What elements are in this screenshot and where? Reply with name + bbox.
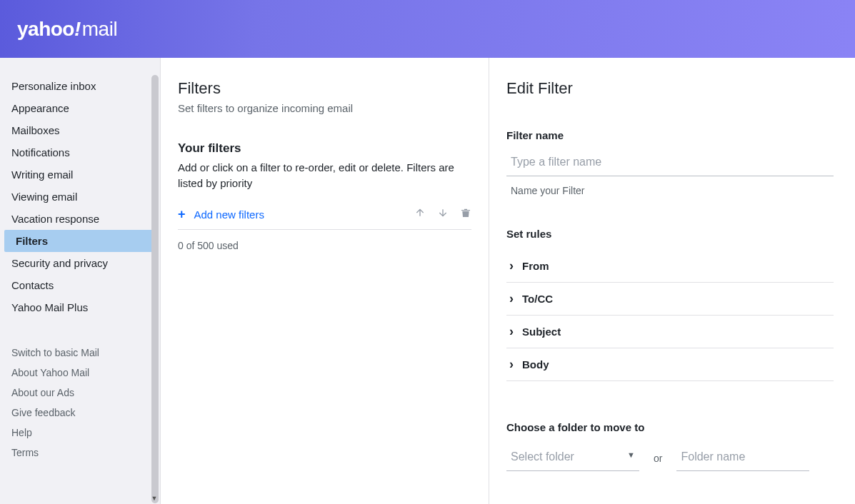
- scrollbar-down-icon[interactable]: ▼: [150, 494, 159, 503]
- add-new-filters-button[interactable]: + Add new filters: [178, 207, 264, 222]
- set-rules-label: Set rules: [506, 228, 834, 240]
- select-folder-dropdown[interactable]: ▼: [506, 446, 639, 471]
- chevron-right-icon: ›: [509, 258, 514, 273]
- filters-panel: Filters Set filters to organize incoming…: [161, 58, 489, 504]
- filters-used-count: 0 of 500 used: [178, 240, 471, 251]
- yahoo-mail-logo: yahoo!mail: [17, 18, 117, 41]
- sidebar-link-terms[interactable]: Terms: [0, 443, 160, 463]
- logo-bang: !: [74, 18, 81, 40]
- sidebar-item-writing-email[interactable]: Writing email: [0, 163, 160, 186]
- sidebar-link-about-our-ads[interactable]: About our Ads: [0, 383, 160, 403]
- rule-label: Body: [522, 358, 549, 371]
- filter-name-hint: Name your Filter: [506, 185, 834, 196]
- logo-product: mail: [82, 18, 117, 40]
- add-new-filters-label: Add new filters: [194, 208, 264, 221]
- choose-folder-label: Choose a folder to move to: [506, 421, 834, 433]
- sidebar-item-vacation-response[interactable]: Vacation response: [0, 208, 160, 230]
- chevron-right-icon: ›: [509, 324, 514, 339]
- trash-icon[interactable]: [460, 207, 471, 221]
- rule-to-cc[interactable]: ›To/CC: [506, 283, 834, 316]
- scrollbar-thumb[interactable]: [151, 75, 159, 503]
- or-separator: or: [654, 453, 662, 471]
- sidebar-item-security-and-privacy[interactable]: Security and privacy: [0, 252, 160, 274]
- filters-title: Filters: [178, 79, 471, 98]
- secondary-nav: Switch to basic MailAbout Yahoo MailAbou…: [0, 343, 160, 463]
- rule-label: To/CC: [522, 293, 553, 305]
- move-up-icon[interactable]: [414, 207, 426, 221]
- sidebar-link-switch-to-basic-mail[interactable]: Switch to basic Mail: [0, 343, 160, 363]
- rule-label: From: [522, 260, 549, 272]
- sidebar-link-about-yahoo-mail[interactable]: About Yahoo Mail: [0, 363, 160, 383]
- filters-subtitle: Set filters to organize incoming email: [178, 102, 471, 114]
- sidebar-item-yahoo-mail-plus[interactable]: Yahoo Mail Plus: [0, 296, 160, 318]
- rules-list: ›From›To/CC›Subject›Body: [506, 250, 834, 381]
- sidebar-link-help[interactable]: Help: [0, 423, 160, 443]
- edit-filter-title: Edit Filter: [506, 79, 834, 98]
- rule-label: Subject: [522, 326, 561, 338]
- select-folder-display[interactable]: [506, 446, 639, 471]
- primary-nav: Personalize inboxAppearanceMailboxesNoti…: [0, 75, 160, 318]
- sidebar-item-appearance[interactable]: Appearance: [0, 97, 160, 119]
- filter-name-input[interactable]: [506, 151, 834, 176]
- sidebar-item-personalize-inbox[interactable]: Personalize inbox: [0, 75, 160, 97]
- rule-from[interactable]: ›From: [506, 250, 834, 283]
- plus-icon: +: [178, 207, 186, 222]
- sidebar-item-filters[interactable]: Filters: [4, 230, 157, 252]
- rule-body[interactable]: ›Body: [506, 348, 834, 381]
- sidebar-link-give-feedback[interactable]: Give feedback: [0, 403, 160, 423]
- move-down-icon[interactable]: [437, 207, 449, 221]
- settings-sidebar: Personalize inboxAppearanceMailboxesNoti…: [0, 58, 161, 504]
- rule-subject[interactable]: ›Subject: [506, 316, 834, 348]
- your-filters-desc: Add or click on a filter to re-order, ed…: [178, 160, 471, 191]
- edit-filter-panel: Edit Filter Filter name Name your Filter…: [489, 58, 855, 504]
- logo-brand: yahoo: [17, 18, 74, 40]
- sidebar-item-viewing-email[interactable]: Viewing email: [0, 186, 160, 208]
- folder-name-input[interactable]: [676, 446, 809, 471]
- filter-name-label: Filter name: [506, 129, 834, 141]
- sidebar-item-notifications[interactable]: Notifications: [0, 141, 160, 163]
- sidebar-item-mailboxes[interactable]: Mailboxes: [0, 119, 160, 141]
- sidebar-item-contacts[interactable]: Contacts: [0, 274, 160, 296]
- chevron-right-icon: ›: [509, 357, 514, 372]
- your-filters-heading: Your filters: [178, 141, 471, 156]
- chevron-right-icon: ›: [509, 291, 514, 306]
- app-header: yahoo!mail: [0, 0, 855, 58]
